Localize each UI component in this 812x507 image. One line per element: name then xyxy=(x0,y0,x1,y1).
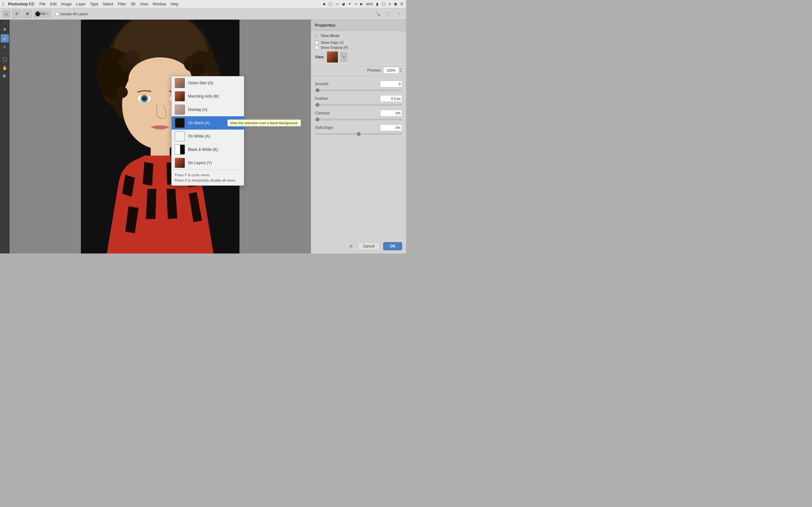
view-mode-radio[interactable] xyxy=(315,34,318,38)
contrast-slider-thumb[interactable] xyxy=(316,118,319,121)
feather-slider-thumb[interactable] xyxy=(316,103,319,107)
view-thumbnail[interactable] xyxy=(327,51,338,63)
clock-icon: ◯ xyxy=(382,2,386,6)
smooth-slider-thumb[interactable] xyxy=(316,89,319,92)
brush-settings-btn-2[interactable]: ⊕ xyxy=(23,10,32,18)
time-icon: ◕ xyxy=(342,2,345,6)
tool-move[interactable]: ✥ xyxy=(1,25,9,34)
panel-title: Properties xyxy=(315,23,335,27)
dropdown-label-onion-skin: Onion Skin (O) xyxy=(188,81,213,85)
wifi-icon: ∿ xyxy=(354,2,357,6)
smooth-value[interactable]: 0 xyxy=(380,80,402,88)
tools-panel: « ✥ 🖌 ✎ ◯ ✋ 🔍 xyxy=(0,20,9,253)
share-btn[interactable]: ↑ xyxy=(395,10,403,18)
feather-label: Feather: xyxy=(315,96,329,101)
apple-menu[interactable]:  xyxy=(3,2,4,7)
show-original-checkbox[interactable] xyxy=(315,46,319,49)
paint-icon: ✎ xyxy=(3,45,6,49)
shift-edge-slider-track[interactable] xyxy=(315,133,402,135)
toolbar-right-icons: 🔍 ⬚ ↑ xyxy=(374,10,403,18)
tool-hand[interactable]: ✋ xyxy=(1,64,9,72)
shift-edge-value[interactable]: 0% xyxy=(380,124,402,131)
tool-brush[interactable]: 🖌 xyxy=(1,34,9,43)
search-menubar-icon[interactable]: ☌ xyxy=(389,2,391,6)
shift-edge-slider-thumb[interactable] xyxy=(357,132,361,136)
panel-content: Smooth: 0 Feather: 0.0 px Contrast: xyxy=(311,78,406,239)
menu-view[interactable]: View xyxy=(140,2,148,6)
feather-value[interactable]: 0.0 px xyxy=(380,95,402,102)
brush-settings-btn-1[interactable]: ⊙ xyxy=(12,10,21,18)
show-edge-checkbox[interactable] xyxy=(315,41,319,44)
zoom-arrows[interactable]: ▲ ▼ xyxy=(400,68,402,73)
dropdown-item-overlay[interactable]: Overlay (V) xyxy=(171,103,244,116)
dropdown-label-on-layers: On Layers (Y) xyxy=(188,161,212,165)
tool-lasso[interactable]: ◯ xyxy=(1,55,9,63)
dropdown-label-black-white: Black & White (K) xyxy=(188,147,218,152)
menu-window[interactable]: Window xyxy=(153,2,166,6)
contrast-slider-track[interactable] xyxy=(315,118,402,120)
menu-image[interactable]: Image xyxy=(61,2,71,6)
menu-select[interactable]: Select xyxy=(103,2,113,6)
dropdown-item-on-white[interactable]: On White (A) xyxy=(171,130,244,143)
menu-file[interactable]: File xyxy=(39,2,45,6)
contrast-row: Contrast: 0% xyxy=(315,110,402,117)
tool-paint[interactable]: ✎ xyxy=(1,43,9,51)
dropdown-item-black-white[interactable]: Black & White (K) xyxy=(171,143,244,156)
dropdown-item-marching-ants[interactable]: Marching Ants (M) xyxy=(171,90,244,103)
menu-type[interactable]: Type xyxy=(90,2,98,6)
app-name: Photoshop CC xyxy=(8,2,34,6)
bluetooth-icon: ✦ xyxy=(348,2,351,6)
home-button[interactable]: ⌂ xyxy=(3,10,10,18)
brush-icon: 🖌 xyxy=(3,36,7,41)
reset-button[interactable]: ↺ xyxy=(347,243,354,250)
notification-icon: ◯ xyxy=(328,2,333,6)
screen-icon: ▭ xyxy=(336,2,339,6)
view-dropdown-btn[interactable]: ▼ xyxy=(341,53,347,61)
svg-point-21 xyxy=(116,87,128,98)
show-original-label: Show Original (P) xyxy=(321,46,348,49)
dropdown-thumb-marching-ants xyxy=(175,91,185,101)
dropdown-thumb-on-white xyxy=(175,131,185,141)
contrast-value[interactable]: 0% xyxy=(380,110,402,117)
battery-icon: ▮ xyxy=(376,2,378,6)
menu-layer[interactable]: Layer xyxy=(76,2,86,6)
view-mode-row: View Mode xyxy=(315,34,402,38)
tool-zoom[interactable]: 🔍 xyxy=(1,72,9,81)
dropdown-item-on-layers[interactable]: On Layers (Y) xyxy=(171,156,244,170)
sample-all-layers-checkbox[interactable] xyxy=(55,12,59,16)
lasso-icon: ◯ xyxy=(3,57,7,61)
search-toolbar-btn[interactable]: 🔍 xyxy=(374,10,382,18)
dropdown-label-overlay: Overlay (V) xyxy=(188,107,207,112)
dropdown-thumb-overlay xyxy=(175,105,185,115)
smooth-slider-track[interactable] xyxy=(315,89,402,91)
view-thumb-img xyxy=(327,52,338,62)
view-mode-btn[interactable]: ⬚ xyxy=(385,10,393,18)
dropdown-label-on-black: On Black (A) xyxy=(188,121,210,125)
view-mode-section: View Mode Show Edge (J) Show Original (P… xyxy=(311,31,406,66)
smooth-label: Smooth: xyxy=(315,82,329,86)
canvas-area[interactable]: Onion Skin (O) Marching Ants (M) Overlay… xyxy=(9,20,311,253)
status-icon: ◆ xyxy=(323,2,325,6)
preview-row: Preview 100% ▲ ▼ xyxy=(311,66,406,75)
menu-3d[interactable]: 3D xyxy=(131,2,136,6)
hand-icon: ✋ xyxy=(2,66,7,70)
brush-dropdown[interactable]: 500 ▼ xyxy=(34,10,51,17)
dropdown-thumb-on-layers xyxy=(175,158,185,168)
menu-help[interactable]: Help xyxy=(171,2,179,6)
menu-edit[interactable]: Edit xyxy=(50,2,57,6)
feather-slider-track[interactable] xyxy=(315,104,402,106)
menu-filter[interactable]: Filter xyxy=(118,2,126,6)
dropdown-label-on-white: On White (A) xyxy=(188,134,210,138)
ok-button[interactable]: OK xyxy=(383,242,402,250)
on-black-tooltip: View the selection over a black backgrou… xyxy=(227,119,301,126)
preview-label: Preview xyxy=(367,68,380,72)
feather-row: Feather: 0.0 px xyxy=(315,95,402,102)
show-original-row: Show Original (P) xyxy=(315,46,402,49)
tools-collapse-handle[interactable]: « xyxy=(1,21,9,24)
cancel-button[interactable]: Cancel xyxy=(357,242,380,250)
brush-size-label: 500 xyxy=(40,12,46,15)
dropdown-item-onion-skin[interactable]: Onion Skin (O) xyxy=(171,76,244,90)
dropdown-item-on-black[interactable]: On Black (A) View the selection over a b… xyxy=(171,116,244,130)
home-icon: ⌂ xyxy=(5,11,8,16)
menubar:  Photoshop CC File Edit Image Layer Typ… xyxy=(0,0,406,8)
